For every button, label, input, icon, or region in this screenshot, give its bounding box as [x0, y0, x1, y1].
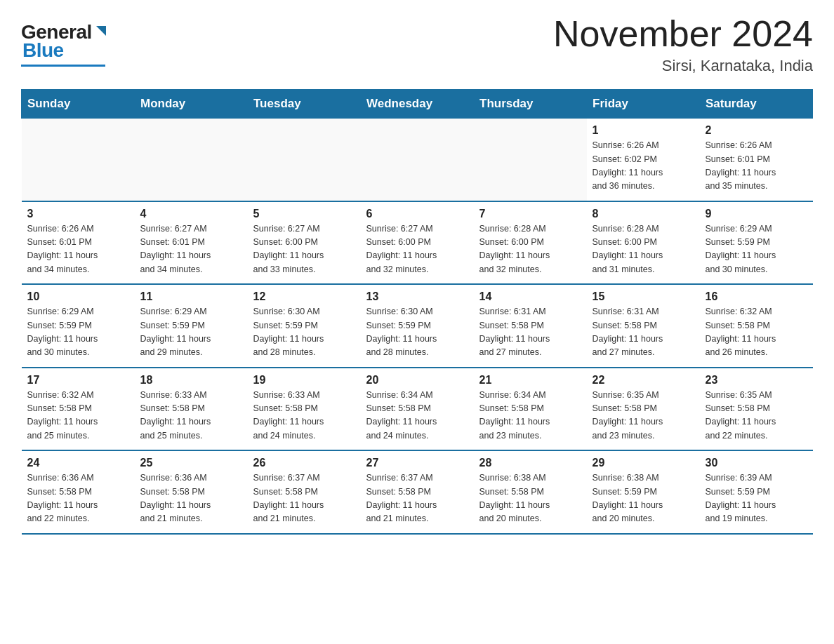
day-number: 13: [366, 290, 468, 303]
weekday-header-friday: Friday: [587, 90, 700, 119]
calendar-week-row: 24Sunrise: 6:36 AMSunset: 5:58 PMDayligh…: [22, 450, 813, 534]
day-info: Sunrise: 6:29 AMSunset: 5:59 PMDaylight:…: [706, 222, 807, 277]
day-info: Sunrise: 6:35 AMSunset: 5:58 PMDaylight:…: [706, 389, 807, 443]
day-info: Sunrise: 6:34 AMSunset: 5:58 PMDaylight:…: [479, 389, 581, 443]
header: General Blue November 2024 Sirsi, Karnat…: [21, 14, 813, 75]
calendar-day-cell: [22, 119, 135, 201]
day-info: Sunrise: 6:36 AMSunset: 5:58 PMDaylight:…: [27, 471, 129, 526]
day-number: 14: [479, 290, 581, 303]
day-number: 8: [593, 208, 694, 220]
day-info: Sunrise: 6:31 AMSunset: 5:58 PMDaylight:…: [593, 305, 694, 360]
calendar-day-cell: 10Sunrise: 6:29 AMSunset: 5:59 PMDayligh…: [22, 284, 135, 368]
day-info: Sunrise: 6:31 AMSunset: 5:58 PMDaylight:…: [479, 305, 581, 360]
day-info: Sunrise: 6:37 AMSunset: 5:58 PMDaylight:…: [253, 471, 355, 526]
day-number: 30: [706, 457, 807, 469]
logo: General Blue: [21, 14, 109, 67]
calendar-day-cell: 29Sunrise: 6:38 AMSunset: 5:59 PMDayligh…: [587, 450, 700, 534]
calendar-week-row: 17Sunrise: 6:32 AMSunset: 5:58 PMDayligh…: [22, 368, 813, 451]
day-info: Sunrise: 6:28 AMSunset: 6:00 PMDaylight:…: [593, 222, 694, 277]
calendar-day-cell: 7Sunrise: 6:28 AMSunset: 6:00 PMDaylight…: [474, 201, 587, 285]
calendar-day-cell: 11Sunrise: 6:29 AMSunset: 5:59 PMDayligh…: [135, 284, 248, 368]
calendar-day-cell: 23Sunrise: 6:35 AMSunset: 5:58 PMDayligh…: [700, 368, 813, 451]
calendar-day-cell: 28Sunrise: 6:38 AMSunset: 5:58 PMDayligh…: [474, 450, 587, 534]
calendar-day-cell: 3Sunrise: 6:26 AMSunset: 6:01 PMDaylight…: [22, 201, 135, 285]
weekday-header-wednesday: Wednesday: [361, 90, 474, 119]
day-number: 25: [140, 457, 242, 469]
weekday-header-saturday: Saturday: [700, 90, 813, 119]
calendar-day-cell: 6Sunrise: 6:27 AMSunset: 6:00 PMDaylight…: [361, 201, 474, 285]
day-number: 5: [253, 208, 355, 220]
logo-blue-text: Blue: [22, 39, 64, 62]
calendar-day-cell: 2Sunrise: 6:26 AMSunset: 6:01 PMDaylight…: [700, 119, 813, 201]
calendar-day-cell: 16Sunrise: 6:32 AMSunset: 5:58 PMDayligh…: [700, 284, 813, 368]
calendar-day-cell: 25Sunrise: 6:36 AMSunset: 5:58 PMDayligh…: [135, 450, 248, 534]
calendar-day-cell: 13Sunrise: 6:30 AMSunset: 5:59 PMDayligh…: [361, 284, 474, 368]
location-subtitle: Sirsi, Karnataka, India: [553, 57, 813, 75]
calendar-day-cell: [474, 119, 587, 201]
calendar-day-cell: 18Sunrise: 6:33 AMSunset: 5:58 PMDayligh…: [135, 368, 248, 451]
day-info: Sunrise: 6:27 AMSunset: 6:00 PMDaylight:…: [366, 222, 468, 277]
day-number: 27: [366, 457, 468, 469]
day-number: 19: [253, 374, 355, 387]
calendar-day-cell: [248, 119, 361, 201]
calendar-day-cell: [135, 119, 248, 201]
calendar-day-cell: 17Sunrise: 6:32 AMSunset: 5:58 PMDayligh…: [22, 368, 135, 451]
day-number: 2: [706, 124, 807, 137]
day-info: Sunrise: 6:32 AMSunset: 5:58 PMDaylight:…: [27, 389, 129, 443]
calendar-week-row: 3Sunrise: 6:26 AMSunset: 6:01 PMDaylight…: [22, 201, 813, 285]
day-info: Sunrise: 6:26 AMSunset: 6:01 PMDaylight:…: [706, 139, 807, 194]
calendar-week-row: 1Sunrise: 6:26 AMSunset: 6:02 PMDaylight…: [22, 119, 813, 201]
day-info: Sunrise: 6:39 AMSunset: 5:59 PMDaylight:…: [706, 471, 807, 526]
day-info: Sunrise: 6:33 AMSunset: 5:58 PMDaylight:…: [140, 389, 242, 443]
calendar-day-cell: 20Sunrise: 6:34 AMSunset: 5:58 PMDayligh…: [361, 368, 474, 451]
calendar-day-cell: 27Sunrise: 6:37 AMSunset: 5:58 PMDayligh…: [361, 450, 474, 534]
day-number: 20: [366, 374, 468, 387]
day-number: 10: [27, 290, 129, 303]
day-number: 11: [140, 290, 242, 303]
day-info: Sunrise: 6:34 AMSunset: 5:58 PMDaylight:…: [366, 389, 468, 443]
weekday-header-tuesday: Tuesday: [248, 90, 361, 119]
day-number: 17: [27, 374, 129, 387]
calendar-day-cell: 30Sunrise: 6:39 AMSunset: 5:59 PMDayligh…: [700, 450, 813, 534]
day-info: Sunrise: 6:28 AMSunset: 6:00 PMDaylight:…: [479, 222, 581, 277]
day-number: 21: [479, 374, 581, 387]
day-info: Sunrise: 6:26 AMSunset: 6:01 PMDaylight:…: [27, 222, 129, 277]
day-number: 23: [706, 374, 807, 387]
weekday-header-sunday: Sunday: [22, 90, 135, 119]
day-number: 7: [479, 208, 581, 220]
day-info: Sunrise: 6:27 AMSunset: 6:01 PMDaylight:…: [140, 222, 242, 277]
day-info: Sunrise: 6:36 AMSunset: 5:58 PMDaylight:…: [140, 471, 242, 526]
day-number: 28: [479, 457, 581, 469]
day-info: Sunrise: 6:30 AMSunset: 5:59 PMDaylight:…: [253, 305, 355, 360]
day-info: Sunrise: 6:35 AMSunset: 5:58 PMDaylight:…: [593, 389, 694, 443]
month-year-title: November 2024: [553, 14, 813, 54]
day-info: Sunrise: 6:37 AMSunset: 5:58 PMDaylight:…: [366, 471, 468, 526]
svg-marker-0: [96, 26, 106, 36]
day-number: 12: [253, 290, 355, 303]
calendar-day-cell: 26Sunrise: 6:37 AMSunset: 5:58 PMDayligh…: [248, 450, 361, 534]
day-info: Sunrise: 6:30 AMSunset: 5:59 PMDaylight:…: [366, 305, 468, 360]
calendar-day-cell: 22Sunrise: 6:35 AMSunset: 5:58 PMDayligh…: [587, 368, 700, 451]
day-number: 9: [706, 208, 807, 220]
day-info: Sunrise: 6:38 AMSunset: 5:59 PMDaylight:…: [593, 471, 694, 526]
calendar-day-cell: 4Sunrise: 6:27 AMSunset: 6:01 PMDaylight…: [135, 201, 248, 285]
day-number: 26: [253, 457, 355, 469]
day-info: Sunrise: 6:29 AMSunset: 5:59 PMDaylight:…: [27, 305, 129, 360]
logo-triangle-icon: [93, 23, 109, 39]
calendar-day-cell: 5Sunrise: 6:27 AMSunset: 6:00 PMDaylight…: [248, 201, 361, 285]
day-number: 29: [593, 457, 694, 469]
day-info: Sunrise: 6:32 AMSunset: 5:58 PMDaylight:…: [706, 305, 807, 360]
day-info: Sunrise: 6:33 AMSunset: 5:58 PMDaylight:…: [253, 389, 355, 443]
calendar-day-cell: 21Sunrise: 6:34 AMSunset: 5:58 PMDayligh…: [474, 368, 587, 451]
day-number: 18: [140, 374, 242, 387]
calendar-day-cell: [361, 119, 474, 201]
calendar-day-cell: 24Sunrise: 6:36 AMSunset: 5:58 PMDayligh…: [22, 450, 135, 534]
weekday-header-thursday: Thursday: [474, 90, 587, 119]
day-number: 4: [140, 208, 242, 220]
day-number: 16: [706, 290, 807, 303]
day-number: 1: [593, 124, 694, 137]
day-number: 3: [27, 208, 129, 220]
day-number: 24: [27, 457, 129, 469]
calendar-day-cell: 19Sunrise: 6:33 AMSunset: 5:58 PMDayligh…: [248, 368, 361, 451]
weekday-header-row: SundayMondayTuesdayWednesdayThursdayFrid…: [22, 90, 813, 119]
